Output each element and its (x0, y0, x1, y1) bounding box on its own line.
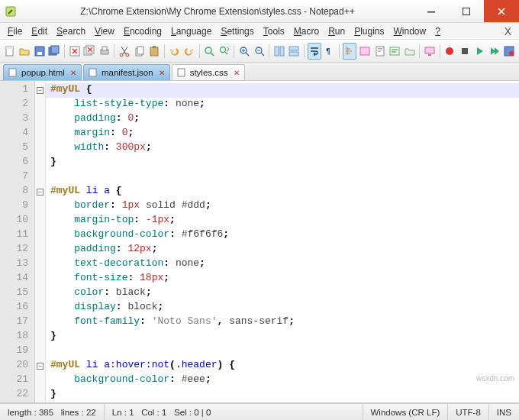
fold-toggle-icon: − (37, 87, 44, 94)
svg-rect-38 (462, 48, 468, 54)
menu-macro[interactable]: Macro (289, 24, 324, 38)
undo-icon[interactable] (168, 43, 182, 60)
menu-settings[interactable]: Settings (216, 24, 258, 38)
svg-rect-24 (275, 47, 279, 56)
line-number: 19 (0, 344, 34, 359)
code-line[interactable]: margin-top: -1px; (46, 214, 519, 228)
menu-language[interactable]: Language (166, 24, 216, 38)
tab-styles-css[interactable]: styles.css✕ (172, 64, 245, 80)
code-line[interactable] (46, 170, 519, 185)
line-number: 1 (0, 83, 34, 98)
code-line[interactable]: #myUL { (46, 83, 519, 98)
tab-popup-html[interactable]: popup.html✕ (3, 64, 82, 80)
save-all-icon[interactable] (48, 43, 62, 60)
status-encoding[interactable]: UTF-8 (448, 404, 489, 420)
line-number: 22 (0, 388, 34, 402)
code-line[interactable]: padding: 0; (46, 112, 519, 127)
line-number: 5 (0, 141, 34, 156)
code-line[interactable]: font-family: 'Noto Sans', sans-serif; (46, 315, 519, 330)
editor[interactable]: 12345678910111213141516171819202122 −−− … (0, 81, 519, 403)
play-macro-icon[interactable] (473, 43, 487, 60)
code-line[interactable]: #myUL li a:hover:not(.header) { (46, 359, 519, 373)
code-line[interactable]: list-style-type: none; (46, 98, 519, 112)
close-button[interactable] (484, 0, 519, 22)
titlebar: Z:\Chrome Extension\My Chrome Extension\… (0, 0, 519, 23)
code-line[interactable]: } (46, 330, 519, 344)
code-area[interactable]: #myUL { list-style-type: none; padding: … (46, 81, 519, 402)
code-line[interactable]: border: 1px solid #ddd; (46, 199, 519, 214)
svg-point-37 (446, 47, 453, 55)
code-line[interactable]: text-decoration: none; (46, 257, 519, 272)
monitor-icon[interactable] (423, 43, 437, 60)
status-eol[interactable]: Windows (CR LF) (363, 404, 449, 420)
stop-macro-icon[interactable] (458, 43, 472, 60)
save-macro-icon[interactable] (503, 43, 517, 60)
menu-encoding[interactable]: Encoding (119, 24, 166, 38)
code-line[interactable]: display: block; (46, 301, 519, 315)
svg-point-14 (120, 53, 123, 57)
ud-lang-icon[interactable] (358, 43, 372, 60)
menu-plugins[interactable]: Plugins (350, 24, 388, 38)
tab-close-icon[interactable]: ✕ (234, 69, 240, 77)
cut-icon[interactable] (118, 43, 131, 60)
paste-icon[interactable] (147, 43, 161, 60)
code-line[interactable]: } (46, 156, 519, 170)
menu-edit[interactable]: Edit (27, 24, 52, 38)
menu-window[interactable]: Window (389, 24, 431, 38)
code-line[interactable]: font-size: 18px; (46, 272, 519, 286)
menu-file[interactable]: File (3, 24, 27, 38)
close-all-icon[interactable] (82, 43, 96, 60)
minimize-button[interactable] (414, 0, 449, 22)
line-number: 3 (0, 112, 34, 127)
code-line[interactable]: margin: 0; (46, 127, 519, 141)
status-mode[interactable]: INS (489, 404, 519, 420)
replace-icon[interactable] (218, 43, 231, 60)
code-line[interactable]: #myUL li a { (46, 185, 519, 199)
sync-h-icon[interactable] (288, 43, 301, 60)
zoom-out-icon[interactable] (253, 43, 266, 60)
code-line[interactable]: } (46, 388, 519, 402)
save-icon[interactable] (33, 43, 47, 60)
show-all-chars-icon[interactable]: ¶ (323, 43, 337, 60)
print-icon[interactable] (98, 43, 111, 60)
menubar-x-button[interactable]: X (500, 25, 516, 37)
tab-close-icon[interactable]: ✕ (70, 69, 76, 77)
open-file-icon[interactable] (18, 43, 32, 60)
line-number: 18 (0, 330, 34, 344)
line-number: 8 (0, 185, 34, 199)
play-multi-icon[interactable] (488, 43, 501, 60)
indent-guide-icon[interactable] (343, 43, 356, 60)
menu-tools[interactable]: Tools (259, 24, 289, 38)
maximize-button[interactable] (449, 0, 484, 22)
svg-point-21 (220, 47, 225, 52)
menu-help[interactable]: ? (430, 24, 445, 38)
code-line[interactable]: color: black; (46, 286, 519, 301)
menu-run[interactable]: Run (324, 24, 350, 38)
code-line[interactable]: background-color: #eee; (46, 373, 519, 388)
fold-column[interactable]: −−− (35, 81, 46, 402)
wordwrap-icon[interactable] (308, 43, 321, 60)
line-number: 20 (0, 359, 34, 373)
line-number: 17 (0, 315, 34, 330)
close-file-icon[interactable] (68, 43, 82, 60)
copy-icon[interactable] (133, 43, 147, 60)
svg-rect-8 (51, 46, 59, 53)
code-line[interactable]: background-color: #f6f6f6; (46, 228, 519, 243)
record-macro-icon[interactable] (443, 43, 457, 60)
zoom-in-icon[interactable] (237, 43, 251, 60)
code-line[interactable]: padding: 12px; (46, 243, 519, 257)
folder-workspace-icon[interactable] (403, 43, 417, 60)
new-file-icon[interactable] (3, 43, 17, 60)
line-number-gutter: 12345678910111213141516171819202122 (0, 81, 35, 402)
redo-icon[interactable] (182, 43, 196, 60)
tab-close-icon[interactable]: ✕ (159, 69, 165, 77)
sync-v-icon[interactable] (272, 43, 286, 60)
menu-view[interactable]: View (90, 24, 119, 38)
find-icon[interactable] (203, 43, 217, 60)
menu-search[interactable]: Search (52, 24, 90, 38)
code-line[interactable]: width: 300px; (46, 141, 519, 156)
tab-manifest-json[interactable]: manifest.json✕ (83, 64, 170, 80)
doc-map-icon[interactable] (373, 43, 387, 60)
code-line[interactable] (46, 344, 519, 359)
function-list-icon[interactable] (388, 43, 401, 60)
